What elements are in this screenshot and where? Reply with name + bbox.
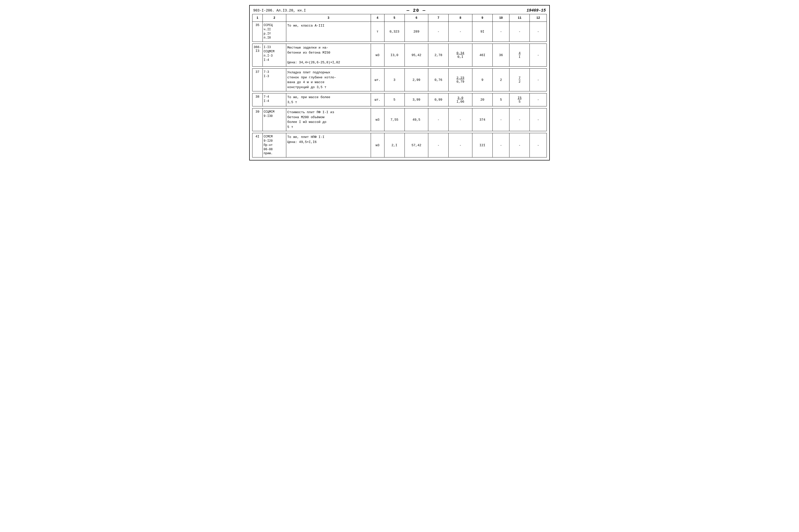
spacer-row bbox=[253, 91, 547, 93]
row-col11: 72 bbox=[509, 69, 530, 91]
row-col6: 2,99 bbox=[405, 69, 428, 91]
row-number: 39 bbox=[253, 109, 263, 131]
row-col5: 2,I bbox=[384, 133, 405, 157]
header-right: 19469-15 bbox=[526, 8, 546, 13]
row-col5: 3 bbox=[384, 69, 405, 91]
row-col10: - bbox=[493, 133, 509, 157]
row-col7: 0,76 bbox=[428, 69, 449, 91]
row-col12: - bbox=[530, 69, 547, 91]
spacer-row bbox=[253, 42, 547, 44]
col-header-11: 11 bbox=[509, 14, 530, 22]
table-row: 387-4 I-4То же, при массе более 3,5 тшт.… bbox=[253, 93, 547, 107]
table-row: 39ССЦМСМ 9-I30Стоимость плит ПФ I-I из б… bbox=[253, 109, 547, 131]
row-col11: I55 bbox=[509, 93, 530, 107]
row-col7: - bbox=[428, 133, 449, 157]
row-number: 366-I3 bbox=[253, 44, 263, 66]
row-description: Стоимость плит ПФ I-I из бетона М200 объ… bbox=[286, 109, 371, 131]
row-col8: - bbox=[449, 109, 472, 131]
row-col11: - bbox=[509, 133, 530, 157]
row-description: То же, при массе более 3,5 т bbox=[286, 93, 371, 107]
row-col8: 3,0I,06 bbox=[449, 93, 472, 107]
spacer-row bbox=[253, 66, 547, 69]
row-col6: 49,5 bbox=[405, 109, 428, 131]
row-col11: - bbox=[509, 109, 530, 131]
row-col6: 289 bbox=[405, 22, 428, 42]
row-col9: 9I bbox=[472, 22, 493, 42]
row-description: Местные заделки и на- бетонки из бетона … bbox=[286, 44, 371, 66]
row-unit: шт. bbox=[371, 93, 384, 107]
row-number: 35 bbox=[253, 22, 263, 42]
row-description: Укладка плит подпорных стенок при глубин… bbox=[286, 69, 371, 91]
spacer-row bbox=[253, 107, 547, 109]
table-row: 377-3 I-3Укладка плит подпорных стенок п… bbox=[253, 69, 547, 91]
row-code: ССЦМСМ 9-I30 bbox=[262, 109, 286, 131]
row-col7: - bbox=[428, 109, 449, 131]
table-row: 366-I3I-I3 ССЦМСМ п.I-3 I-4Местные задел… bbox=[253, 44, 547, 66]
row-col12: - bbox=[530, 22, 547, 42]
row-col6: 57,42 bbox=[405, 133, 428, 157]
row-number: 37 bbox=[253, 69, 263, 91]
main-table: 1 2 3 4 5 6 7 8 9 10 11 12 35ССРСЦ ч.II … bbox=[252, 14, 547, 157]
row-unit: м3 bbox=[371, 109, 384, 131]
row-unit: т bbox=[371, 22, 384, 42]
col-header-12: 12 bbox=[530, 14, 547, 22]
row-col7: 2,78 bbox=[428, 44, 449, 66]
row-col6: 3,99 bbox=[405, 93, 428, 107]
col-header-2: 2 bbox=[262, 14, 286, 22]
header-left: 903-I-206. Ал.I3.20, кн.I bbox=[253, 8, 306, 13]
row-unit: м3 bbox=[371, 133, 384, 157]
col-header-4: 4 bbox=[371, 14, 384, 22]
row-col12: - bbox=[530, 109, 547, 131]
spacer-row bbox=[253, 131, 547, 133]
column-header-row: 1 2 3 4 5 6 7 8 9 10 11 12 bbox=[253, 14, 547, 22]
header-center: — 20 — bbox=[407, 8, 426, 13]
row-col7: 0,99 bbox=[428, 93, 449, 107]
col-header-5: 5 bbox=[384, 14, 405, 22]
row-col11: 4I bbox=[509, 44, 530, 66]
col-header-8: 8 bbox=[449, 14, 472, 22]
col-header-9: 9 bbox=[472, 14, 493, 22]
col-header-1: 1 bbox=[253, 14, 263, 22]
row-col5: 0,323 bbox=[384, 22, 405, 42]
row-code: 7-3 I-3 bbox=[262, 69, 286, 91]
page-container: 903-I-206. Ал.I3.20, кн.I — 20 — 19469-1… bbox=[249, 5, 550, 160]
row-col6: 95,42 bbox=[405, 44, 428, 66]
col-header-3: 3 bbox=[286, 14, 371, 22]
row-col9: 46I bbox=[472, 44, 493, 66]
page-header: 903-I-206. Ал.I3.20, кн.I — 20 — 19469-1… bbox=[252, 8, 547, 13]
row-code: I-I3 ССЦМСМ п.I-3 I-4 bbox=[262, 44, 286, 66]
table-row: 4IССМСМ 9-I20 Пр-нт 06-08 прим.То же, пл… bbox=[253, 133, 547, 157]
row-col12: - bbox=[530, 93, 547, 107]
row-col8: 0,340,I bbox=[449, 44, 472, 66]
row-col9: 20 bbox=[472, 93, 493, 107]
row-col11: - bbox=[509, 22, 530, 42]
row-code: ССРСЦ ч.II р.IY п.I8 bbox=[262, 22, 286, 42]
row-col5: I3,0 bbox=[384, 44, 405, 66]
row-col9: 9 bbox=[472, 69, 493, 91]
col-header-7: 7 bbox=[428, 14, 449, 22]
col-header-10: 10 bbox=[493, 14, 509, 22]
row-col8: - bbox=[449, 22, 472, 42]
row-col9: I2I bbox=[472, 133, 493, 157]
row-code: ССМСМ 9-I20 Пр-нт 06-08 прим. bbox=[262, 133, 286, 157]
row-description: То же, класса А-III bbox=[286, 22, 371, 42]
row-code: 7-4 I-4 bbox=[262, 93, 286, 107]
row-col10: 5 bbox=[493, 93, 509, 107]
col-header-6: 6 bbox=[405, 14, 428, 22]
row-number: 38 bbox=[253, 93, 263, 107]
row-col12: - bbox=[530, 44, 547, 66]
row-col5: 5 bbox=[384, 93, 405, 107]
row-col7: - bbox=[428, 22, 449, 42]
row-col10: - bbox=[493, 22, 509, 42]
row-description: То же, плит НПФ I-I Цена: 49,5×I,I6 bbox=[286, 133, 371, 157]
row-col8: - bbox=[449, 133, 472, 157]
row-col5: 7,55 bbox=[384, 109, 405, 131]
row-unit: м3 bbox=[371, 44, 384, 66]
row-col10: - bbox=[493, 109, 509, 131]
row-col10: 36 bbox=[493, 44, 509, 66]
row-unit: шт. bbox=[371, 69, 384, 91]
row-col8: 2,230,79 bbox=[449, 69, 472, 91]
row-col12: - bbox=[530, 133, 547, 157]
row-number: 4I bbox=[253, 133, 263, 157]
table-row: 35ССРСЦ ч.II р.IY п.I8То же, класса А-II… bbox=[253, 22, 547, 42]
